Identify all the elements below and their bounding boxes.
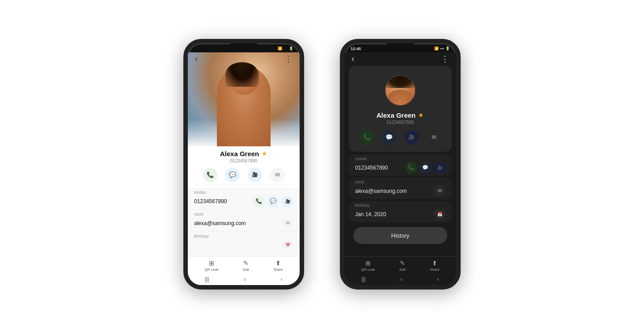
back-gesture-light[interactable]: ‹ bbox=[281, 276, 283, 282]
work-mail-icon-dark[interactable]: ✉ bbox=[434, 185, 445, 197]
mobile-value-light: 01234567890 bbox=[194, 198, 227, 204]
star-icon-light[interactable]: ★ bbox=[262, 150, 267, 157]
mobile-label-light: Mobile bbox=[194, 190, 293, 195]
share-icon-dark: ⬆ bbox=[432, 260, 437, 267]
call-icon-dark: 📞 bbox=[363, 134, 370, 141]
mobile-row-dark: Mobile 01234567890 📞 💬 🎥 bbox=[349, 154, 452, 176]
mobile-video-icon-light[interactable]: 🎥 bbox=[282, 196, 293, 207]
birthday-value-dark: Jan 14, 2020 bbox=[355, 211, 386, 217]
wifi-icon-dark: 📶 bbox=[434, 47, 439, 51]
video-button-dark[interactable]: 🎥 bbox=[404, 130, 419, 145]
more-button-light[interactable]: ⋮ bbox=[283, 53, 294, 65]
status-time-light: 12:45 bbox=[194, 47, 204, 51]
edit-button-dark[interactable]: ✎ Edit bbox=[399, 260, 406, 272]
screen-light: ‹ ⋮ Alexa Green ★ 01234567890 📞 💬 bbox=[188, 52, 300, 285]
qr-label-light: QR code bbox=[204, 268, 219, 272]
phone-notch bbox=[230, 43, 257, 51]
mobile-call-icon-light[interactable]: 📞 bbox=[253, 196, 265, 207]
work-value-dark: alexa@samsung.com bbox=[355, 188, 407, 194]
birthday-cal-icon-light[interactable]: 📅 bbox=[282, 239, 293, 251]
edit-button-light[interactable]: ✎ Edit bbox=[243, 260, 249, 272]
multitask-icon-dark[interactable]: ||| bbox=[361, 276, 365, 282]
call-button-light[interactable]: 📞 bbox=[203, 168, 217, 182]
contact-photo-light bbox=[188, 52, 300, 146]
work-value-light: alexa@samsung.com bbox=[194, 220, 246, 226]
video-icon-light: 🎥 bbox=[252, 172, 258, 178]
more-button-dark[interactable]: ⋮ bbox=[439, 53, 451, 65]
share-button-light[interactable]: ⬆ Share bbox=[273, 260, 283, 272]
action-buttons-dark: 📞 💬 🎥 ✉ bbox=[353, 128, 447, 147]
share-label-dark: Share bbox=[430, 268, 439, 272]
email-button-dark[interactable]: ✉ bbox=[427, 130, 441, 145]
mobile-msg-icon-light[interactable]: 💬 bbox=[267, 196, 279, 207]
mobile-msg-icon-dark[interactable]: 💬 bbox=[419, 162, 431, 174]
share-label-light: Share bbox=[273, 268, 283, 272]
signal-icon-dark: ▪▪▪ bbox=[440, 47, 444, 51]
home-icon-light[interactable]: ○ bbox=[243, 276, 246, 282]
birthday-actions-light: 📅 bbox=[282, 239, 293, 251]
back-button-dark[interactable]: ‹ bbox=[350, 53, 356, 64]
birthday-row-inner-light: 📅 bbox=[194, 239, 293, 251]
nav-bar-dark: ‹ ⋮ bbox=[344, 52, 456, 66]
work-row-dark: Work alexa@samsung.com ✉ bbox=[349, 178, 452, 199]
contact-phone-dark: 01234567890 bbox=[353, 120, 447, 125]
back-button-light[interactable]: ‹ bbox=[193, 53, 199, 64]
video-button-light[interactable]: 🎥 bbox=[248, 168, 262, 182]
contact-avatar-dark bbox=[385, 75, 416, 106]
birthday-row-inner-dark: Jan 14, 2020 📅 bbox=[355, 209, 445, 220]
share-button-dark[interactable]: ⬆ Share bbox=[430, 260, 439, 272]
back-gesture-dark[interactable]: ‹ bbox=[437, 276, 439, 282]
work-actions-dark: ✉ bbox=[434, 185, 445, 197]
history-button[interactable]: History bbox=[353, 227, 447, 244]
call-icon-light: 📞 bbox=[207, 171, 214, 178]
action-buttons-light: 📞 💬 🎥 ✉ bbox=[194, 166, 293, 185]
birthday-cal-icon-dark[interactable]: 📅 bbox=[434, 209, 445, 220]
contact-name-row-light: Alexa Green ★ bbox=[194, 150, 293, 158]
email-button-light[interactable]: ✉ bbox=[270, 168, 284, 182]
work-mail-icon-light[interactable]: ✉ bbox=[282, 217, 293, 229]
message-button-light[interactable]: 💬 bbox=[225, 168, 240, 182]
birthday-actions-dark: 📅 bbox=[434, 209, 445, 220]
detail-section-dark: Mobile 01234567890 📞 💬 🎥 Work alexa@sams… bbox=[344, 154, 456, 256]
share-icon-light: ⬆ bbox=[275, 260, 281, 267]
qr-label-dark: QR code bbox=[361, 268, 375, 272]
qr-code-button-light[interactable]: ⊞ QR code bbox=[204, 260, 219, 272]
mobile-actions-light: 📞 💬 🎥 bbox=[253, 196, 293, 207]
birthday-row-light: Birthday 📅 bbox=[188, 232, 300, 254]
work-label-light: Work bbox=[194, 212, 293, 217]
status-icons-dark: 📶 ▪▪▪ 🔋 bbox=[434, 47, 450, 51]
battery-icon: 🔋 bbox=[289, 47, 293, 51]
edit-icon-dark: ✎ bbox=[400, 260, 405, 267]
nav-bar-light: ‹ ⋮ bbox=[188, 52, 300, 66]
contact-phone-light: 01234567890 bbox=[194, 158, 293, 163]
bottom-bar-dark: ⊞ QR code ✎ Edit ⬆ Share bbox=[344, 256, 456, 274]
mobile-video-icon-dark[interactable]: 🎥 bbox=[434, 162, 445, 174]
mobile-call-icon-dark[interactable]: 📞 bbox=[405, 162, 417, 174]
multitask-icon-light[interactable]: ||| bbox=[205, 276, 209, 282]
mobile-actions-dark: 📞 💬 🎥 bbox=[405, 162, 445, 174]
phone-light: 12:45 📶 ▪▪▪ 🔋 ‹ ⋮ Alexa Green ★ 01234567… bbox=[183, 39, 304, 290]
email-icon-dark: ✉ bbox=[432, 134, 436, 141]
mobile-value-dark: 01234567890 bbox=[355, 165, 388, 171]
avatar-container-dark bbox=[353, 70, 447, 111]
gesture-bar-dark: ||| ○ ‹ bbox=[344, 274, 456, 285]
edit-icon-light: ✎ bbox=[243, 260, 249, 267]
work-row-inner-light: alexa@samsung.com ✉ bbox=[194, 217, 293, 229]
work-row-light: Work alexa@samsung.com ✉ bbox=[188, 210, 300, 232]
phone-dark: 12:45 📶 ▪▪▪ 🔋 ‹ ⋮ Alexa Green ★ bbox=[340, 39, 461, 290]
qr-code-button-dark[interactable]: ⊞ QR code bbox=[361, 260, 375, 272]
home-icon-dark[interactable]: ○ bbox=[400, 276, 403, 282]
mobile-row-inner-light: 01234567890 📞 💬 🎥 bbox=[194, 196, 293, 207]
call-button-dark[interactable]: 📞 bbox=[360, 130, 374, 145]
message-button-dark[interactable]: 💬 bbox=[382, 130, 396, 145]
edit-label-dark: Edit bbox=[399, 268, 406, 272]
bottom-bar-light: ⊞ QR code ✎ Edit ⬆ Share bbox=[188, 256, 300, 274]
birthday-label-dark: Birthday bbox=[355, 203, 445, 208]
mobile-label-dark: Mobile bbox=[355, 157, 445, 161]
hero-overlay bbox=[188, 119, 300, 146]
work-row-inner-dark: alexa@samsung.com ✉ bbox=[355, 185, 445, 197]
mobile-row-light: Mobile 01234567890 📞 💬 🎥 bbox=[188, 188, 300, 210]
star-icon-dark[interactable]: ★ bbox=[418, 111, 424, 119]
avatar-hair-dark bbox=[386, 76, 415, 88]
qr-icon-light: ⊞ bbox=[209, 260, 214, 267]
